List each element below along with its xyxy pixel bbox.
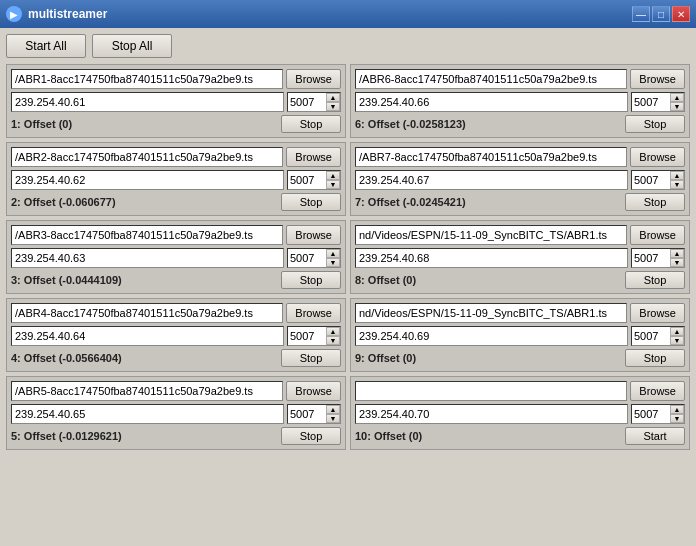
port-spinners-2: ▲ ▼	[326, 171, 340, 189]
port-up-7[interactable]: ▲	[670, 171, 684, 180]
port-up-8[interactable]: ▲	[670, 249, 684, 258]
action-button-6[interactable]: Stop	[625, 115, 685, 133]
stream-port-input-2[interactable]	[288, 173, 326, 187]
stream-port-input-6[interactable]	[632, 95, 670, 109]
port-spinners-10: ▲ ▼	[670, 405, 684, 423]
maximize-button[interactable]: □	[652, 6, 670, 22]
stream-ip-input-2[interactable]	[11, 170, 284, 190]
stream-panel-4: Browse ▲ ▼ 4: Offset (-0.0566404) Stop	[6, 298, 346, 372]
app-icon: ▶	[6, 6, 22, 22]
stream-panel-7: Browse ▲ ▼ 7: Offset (-0.0245421) Stop	[350, 142, 690, 216]
stream-file-input-8[interactable]	[355, 225, 627, 245]
stream-ip-input-8[interactable]	[355, 248, 628, 268]
stream-file-input-6[interactable]	[355, 69, 627, 89]
port-up-1[interactable]: ▲	[326, 93, 340, 102]
browse-button-8[interactable]: Browse	[630, 225, 685, 245]
port-down-2[interactable]: ▼	[326, 180, 340, 189]
action-button-9[interactable]: Stop	[625, 349, 685, 367]
stream-file-input-7[interactable]	[355, 147, 627, 167]
stop-all-button[interactable]: Stop All	[92, 34, 172, 58]
stream-ip-input-5[interactable]	[11, 404, 284, 424]
port-spinners-4: ▲ ▼	[326, 327, 340, 345]
port-down-8[interactable]: ▼	[670, 258, 684, 267]
action-button-4[interactable]: Stop	[281, 349, 341, 367]
browse-button-7[interactable]: Browse	[630, 147, 685, 167]
stream-file-input-1[interactable]	[11, 69, 283, 89]
port-down-4[interactable]: ▼	[326, 336, 340, 345]
stream-port-input-8[interactable]	[632, 251, 670, 265]
stream-ip-input-3[interactable]	[11, 248, 284, 268]
stream-action-row-3: 3: Offset (-0.0444109) Stop	[11, 271, 341, 289]
action-button-8[interactable]: Stop	[625, 271, 685, 289]
offset-label-3: 3: Offset (-0.0444109)	[11, 274, 122, 286]
stream-port-input-7[interactable]	[632, 173, 670, 187]
stream-ip-input-9[interactable]	[355, 326, 628, 346]
close-button[interactable]: ✕	[672, 6, 690, 22]
stream-ip-input-1[interactable]	[11, 92, 284, 112]
stream-ip-row-7: ▲ ▼	[355, 170, 685, 190]
stream-port-input-10[interactable]	[632, 407, 670, 421]
action-button-7[interactable]: Stop	[625, 193, 685, 211]
stream-file-input-10[interactable]	[355, 381, 627, 401]
stream-panel-6: Browse ▲ ▼ 6: Offset (-0.0258123) Stop	[350, 64, 690, 138]
window-title: multistreamer	[28, 7, 632, 21]
port-up-2[interactable]: ▲	[326, 171, 340, 180]
stream-ip-input-10[interactable]	[355, 404, 628, 424]
stream-file-row-7: Browse	[355, 147, 685, 167]
offset-label-8: 8: Offset (0)	[355, 274, 416, 286]
stream-port-input-9[interactable]	[632, 329, 670, 343]
port-up-10[interactable]: ▲	[670, 405, 684, 414]
port-down-1[interactable]: ▼	[326, 102, 340, 111]
port-up-4[interactable]: ▲	[326, 327, 340, 336]
action-button-10[interactable]: Start	[625, 427, 685, 445]
stream-ip-row-2: ▲ ▼	[11, 170, 341, 190]
stream-port-input-5[interactable]	[288, 407, 326, 421]
browse-button-1[interactable]: Browse	[286, 69, 341, 89]
port-down-7[interactable]: ▼	[670, 180, 684, 189]
browse-button-3[interactable]: Browse	[286, 225, 341, 245]
browse-button-6[interactable]: Browse	[630, 69, 685, 89]
stream-port-input-1[interactable]	[288, 95, 326, 109]
stream-panel-10: Browse ▲ ▼ 10: Offset (0) Start	[350, 376, 690, 450]
stream-ip-input-4[interactable]	[11, 326, 284, 346]
port-down-3[interactable]: ▼	[326, 258, 340, 267]
action-button-3[interactable]: Stop	[281, 271, 341, 289]
port-up-5[interactable]: ▲	[326, 405, 340, 414]
stream-file-input-3[interactable]	[11, 225, 283, 245]
browse-button-5[interactable]: Browse	[286, 381, 341, 401]
stream-port-input-4[interactable]	[288, 329, 326, 343]
stream-file-row-4: Browse	[11, 303, 341, 323]
stream-file-input-9[interactable]	[355, 303, 627, 323]
port-up-9[interactable]: ▲	[670, 327, 684, 336]
stream-ip-input-7[interactable]	[355, 170, 628, 190]
stream-action-row-9: 9: Offset (0) Stop	[355, 349, 685, 367]
port-wrapper-2: ▲ ▼	[287, 170, 341, 190]
port-down-5[interactable]: ▼	[326, 414, 340, 423]
stream-file-input-4[interactable]	[11, 303, 283, 323]
offset-label-2: 2: Offset (-0.060677)	[11, 196, 116, 208]
browse-button-9[interactable]: Browse	[630, 303, 685, 323]
stream-panel-2: Browse ▲ ▼ 2: Offset (-0.060677) Stop	[6, 142, 346, 216]
port-up-3[interactable]: ▲	[326, 249, 340, 258]
stream-port-input-3[interactable]	[288, 251, 326, 265]
action-button-2[interactable]: Stop	[281, 193, 341, 211]
port-down-9[interactable]: ▼	[670, 336, 684, 345]
browse-button-10[interactable]: Browse	[630, 381, 685, 401]
port-wrapper-4: ▲ ▼	[287, 326, 341, 346]
browse-button-4[interactable]: Browse	[286, 303, 341, 323]
action-button-1[interactable]: Stop	[281, 115, 341, 133]
stream-ip-row-10: ▲ ▼	[355, 404, 685, 424]
action-button-5[interactable]: Stop	[281, 427, 341, 445]
port-wrapper-8: ▲ ▼	[631, 248, 685, 268]
port-down-10[interactable]: ▼	[670, 414, 684, 423]
start-all-button[interactable]: Start All	[6, 34, 86, 58]
stream-file-input-2[interactable]	[11, 147, 283, 167]
port-down-6[interactable]: ▼	[670, 102, 684, 111]
stream-action-row-1: 1: Offset (0) Stop	[11, 115, 341, 133]
top-toolbar: Start All Stop All	[6, 34, 690, 58]
port-up-6[interactable]: ▲	[670, 93, 684, 102]
stream-ip-input-6[interactable]	[355, 92, 628, 112]
stream-file-input-5[interactable]	[11, 381, 283, 401]
browse-button-2[interactable]: Browse	[286, 147, 341, 167]
minimize-button[interactable]: —	[632, 6, 650, 22]
